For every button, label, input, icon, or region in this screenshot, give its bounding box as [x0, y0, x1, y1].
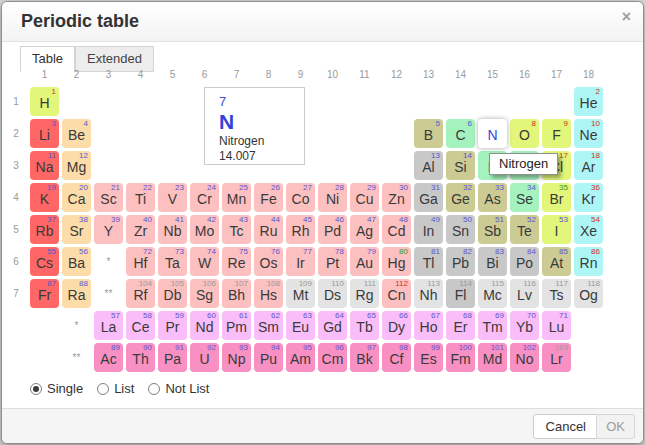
element-cell-Lr[interactable]: 103Lr — [542, 343, 571, 372]
element-cell-Ta[interactable]: 73Ta — [158, 247, 187, 276]
element-cell-No[interactable]: 102No — [510, 343, 539, 372]
element-cell-Cm[interactable]: 96Cm — [318, 343, 347, 372]
element-cell-Ds[interactable]: 110Ds — [318, 279, 347, 308]
element-cell-N[interactable]: N — [478, 119, 507, 148]
element-cell-Ag[interactable]: 47Ag — [350, 215, 379, 244]
element-cell-Si[interactable]: 14Si — [446, 151, 475, 180]
element-cell-Mt[interactable]: 109Mt — [286, 279, 315, 308]
element-cell-Fl[interactable]: 114Fl — [446, 279, 475, 308]
element-cell-Rf[interactable]: 104Rf — [126, 279, 155, 308]
element-cell-Al[interactable]: 13Al — [414, 151, 443, 180]
element-cell-Tc[interactable]: 43Tc — [222, 215, 251, 244]
element-cell-Bi[interactable]: 83Bi — [478, 247, 507, 276]
element-cell-Hs[interactable]: 108Hs — [254, 279, 283, 308]
element-cell-Es[interactable]: 99Es — [414, 343, 443, 372]
radio-option-single[interactable]: Single — [30, 381, 83, 396]
element-cell-Co[interactable]: 27Co — [286, 183, 315, 212]
element-cell-Ac[interactable]: 89Ac — [94, 343, 123, 372]
element-cell-Db[interactable]: 105Db — [158, 279, 187, 308]
element-cell-Nd[interactable]: 60Nd — [190, 311, 219, 340]
element-cell-Md[interactable]: 101Md — [478, 343, 507, 372]
element-cell-Eu[interactable]: 63Eu — [286, 311, 315, 340]
element-cell-Mo[interactable]: 42Mo — [190, 215, 219, 244]
element-cell-Pb[interactable]: 82Pb — [446, 247, 475, 276]
element-cell-Au[interactable]: 79Au — [350, 247, 379, 276]
element-cell-Rg[interactable]: 111Rg — [350, 279, 379, 308]
element-cell-Gd[interactable]: 64Gd — [318, 311, 347, 340]
element-cell-Lv[interactable]: 116Lv — [510, 279, 539, 308]
element-cell-As[interactable]: 33As — [478, 183, 507, 212]
element-cell-Mc[interactable]: 115Mc — [478, 279, 507, 308]
element-cell-Cr[interactable]: 24Cr — [190, 183, 219, 212]
element-cell-Fe[interactable]: 26Fe — [254, 183, 283, 212]
element-cell-Tb[interactable]: 65Tb — [350, 311, 379, 340]
element-cell-Ti[interactable]: 22Ti — [126, 183, 155, 212]
element-cell-I[interactable]: 53I — [542, 215, 571, 244]
element-cell-Pm[interactable]: 61Pm — [222, 311, 251, 340]
element-cell-Ne[interactable]: 10Ne — [574, 119, 603, 148]
element-cell-Pu[interactable]: 94Pu — [254, 343, 283, 372]
element-cell-Pt[interactable]: 78Pt — [318, 247, 347, 276]
element-cell-Ga[interactable]: 31Ga — [414, 183, 443, 212]
element-cell-Yb[interactable]: 70Yb — [510, 311, 539, 340]
element-cell-Bk[interactable]: 97Bk — [350, 343, 379, 372]
element-cell-Fr[interactable]: 87Fr — [30, 279, 59, 308]
element-cell-Tl[interactable]: 81Tl — [414, 247, 443, 276]
element-cell-Se[interactable]: 34Se — [510, 183, 539, 212]
element-cell-Hf[interactable]: 72Hf — [126, 247, 155, 276]
element-cell-Ir[interactable]: 77Ir — [286, 247, 315, 276]
radio-option-not-list[interactable]: Not List — [148, 381, 209, 396]
element-cell-Ba[interactable]: 56Ba — [62, 247, 91, 276]
element-cell-At[interactable]: 85At — [542, 247, 571, 276]
element-cell-Sb[interactable]: 51Sb — [478, 215, 507, 244]
element-cell-Y[interactable]: 39Y — [94, 215, 123, 244]
element-cell-Sr[interactable]: 38Sr — [62, 215, 91, 244]
element-cell-Br[interactable]: 35Br — [542, 183, 571, 212]
element-cell-Am[interactable]: 95Am — [286, 343, 315, 372]
element-cell-Sm[interactable]: 62Sm — [254, 311, 283, 340]
element-cell-Xe[interactable]: 54Xe — [574, 215, 603, 244]
element-cell-V[interactable]: 23V — [158, 183, 187, 212]
element-cell-H[interactable]: 1H — [30, 87, 59, 116]
element-cell-Ar[interactable]: 18Ar — [574, 151, 603, 180]
element-cell-Ge[interactable]: 32Ge — [446, 183, 475, 212]
element-cell-F[interactable]: 9F — [542, 119, 571, 148]
element-cell-Li[interactable]: 3Li — [30, 119, 59, 148]
element-cell-Sg[interactable]: 106Sg — [190, 279, 219, 308]
element-cell-Pa[interactable]: 91Pa — [158, 343, 187, 372]
element-cell-Fm[interactable]: 100Fm — [446, 343, 475, 372]
element-cell-Po[interactable]: 84Po — [510, 247, 539, 276]
element-cell-Kr[interactable]: 36Kr — [574, 183, 603, 212]
element-cell-Cu[interactable]: 29Cu — [350, 183, 379, 212]
radio-icon[interactable] — [148, 383, 160, 395]
cancel-button[interactable]: Cancel — [533, 414, 599, 439]
element-cell-Hg[interactable]: 80Hg — [382, 247, 411, 276]
element-cell-Rn[interactable]: 86Rn — [574, 247, 603, 276]
close-icon[interactable]: × — [622, 9, 631, 25]
element-cell-U[interactable]: 92U — [190, 343, 219, 372]
element-cell-Th[interactable]: 90Th — [126, 343, 155, 372]
element-cell-B[interactable]: 5B — [414, 119, 443, 148]
element-cell-Tm[interactable]: 69Tm — [478, 311, 507, 340]
element-cell-Zn[interactable]: 30Zn — [382, 183, 411, 212]
element-cell-Cd[interactable]: 48Cd — [382, 215, 411, 244]
element-cell-Mg[interactable]: 12Mg — [62, 151, 91, 180]
element-cell-Ca[interactable]: 20Ca — [62, 183, 91, 212]
element-cell-Er[interactable]: 68Er — [446, 311, 475, 340]
element-cell-Nb[interactable]: 41Nb — [158, 215, 187, 244]
element-cell-K[interactable]: 19K — [30, 183, 59, 212]
element-cell-Ts[interactable]: 117Ts — [542, 279, 571, 308]
element-cell-Lu[interactable]: 71Lu — [542, 311, 571, 340]
element-cell-Ho[interactable]: 67Ho — [414, 311, 443, 340]
element-cell-C[interactable]: 6C — [446, 119, 475, 148]
element-cell-Rb[interactable]: 37Rb — [30, 215, 59, 244]
element-cell-O[interactable]: 8O — [510, 119, 539, 148]
element-cell-Cf[interactable]: 98Cf — [382, 343, 411, 372]
element-cell-Mn[interactable]: 25Mn — [222, 183, 251, 212]
element-cell-Ra[interactable]: 88Ra — [62, 279, 91, 308]
element-cell-Zr[interactable]: 40Zr — [126, 215, 155, 244]
element-cell-Os[interactable]: 76Os — [254, 247, 283, 276]
element-cell-W[interactable]: 74W — [190, 247, 219, 276]
element-cell-La[interactable]: 57La — [94, 311, 123, 340]
element-cell-Nh[interactable]: 113Nh — [414, 279, 443, 308]
